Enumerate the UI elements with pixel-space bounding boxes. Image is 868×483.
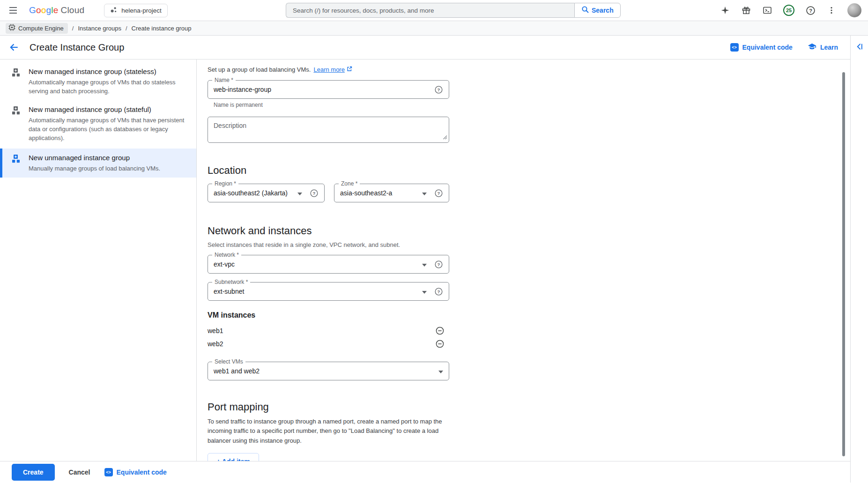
dropdown-arrow-icon bbox=[297, 189, 302, 197]
name-field[interactable]: Name * web-instance-group ? bbox=[208, 80, 449, 99]
top-bar-actions: 25 ? bbox=[720, 3, 861, 17]
collapse-panel-icon[interactable] bbox=[854, 41, 865, 52]
learn-cap-icon bbox=[808, 42, 816, 52]
network-heading: Network and instances bbox=[208, 225, 850, 237]
code-icon: <> bbox=[730, 43, 739, 52]
name-label: Name * bbox=[212, 77, 236, 83]
remove-vm-icon[interactable] bbox=[435, 339, 445, 349]
sidebar-item-title: New unmanaged instance group bbox=[29, 153, 160, 163]
network-subtext: Select instances that reside in a single… bbox=[208, 241, 850, 248]
project-icon bbox=[110, 6, 118, 15]
more-vert-icon[interactable] bbox=[826, 5, 837, 15]
sidebar-item-unmanaged[interactable]: New unmanaged instance group Manually ma… bbox=[0, 149, 196, 178]
instance-group-icon bbox=[12, 67, 21, 96]
code-icon: <> bbox=[104, 468, 113, 476]
zone-value: asia-southeast2-a bbox=[340, 189, 418, 197]
sidebar-item-description: Manually manage groups of load balancing… bbox=[29, 164, 160, 173]
zone-select[interactable]: Zone * asia-southeast2-a ? bbox=[334, 184, 449, 202]
project-name: helena-project bbox=[121, 7, 162, 14]
name-value: web-instance-group bbox=[214, 86, 430, 93]
subnetwork-label: Subnetwork * bbox=[212, 279, 250, 285]
help-icon[interactable]: ? bbox=[805, 5, 816, 15]
add-port-button[interactable]: + Add item bbox=[208, 453, 259, 461]
vertical-scrollbar[interactable] bbox=[842, 72, 845, 456]
search-button[interactable]: Search bbox=[574, 3, 621, 18]
breadcrumb-separator: / bbox=[72, 25, 74, 32]
subnetwork-select[interactable]: Subnetwork * ext-subnet ? bbox=[208, 282, 449, 301]
google-cloud-console: Google Cloud helena-project Search bbox=[0, 0, 868, 483]
form-intro-text: Set up a group of load balancing VMs. bbox=[208, 66, 311, 73]
region-select[interactable]: Region * asia-southeast2 (Jakarta) ? bbox=[208, 184, 325, 202]
cancel-button[interactable]: Cancel bbox=[69, 468, 90, 476]
resize-handle-icon[interactable] bbox=[442, 134, 447, 141]
page-title: Create Instance Group bbox=[30, 42, 124, 53]
svg-text:?: ? bbox=[438, 87, 440, 92]
back-arrow-icon[interactable] bbox=[8, 42, 20, 53]
svg-text:?: ? bbox=[438, 191, 440, 196]
select-vms-value: web1 and web2 bbox=[214, 367, 435, 375]
zone-help-icon[interactable]: ? bbox=[434, 189, 443, 198]
sidebar-item-description: Automatically manage groups of VMs that … bbox=[29, 116, 189, 142]
svg-text:?: ? bbox=[313, 191, 316, 196]
google-cloud-logo[interactable]: Google Cloud bbox=[29, 5, 84, 15]
equivalent-code-button[interactable]: <> Equivalent code bbox=[730, 43, 793, 52]
create-instance-group-form: Set up a group of load balancing VMs. Le… bbox=[197, 59, 850, 461]
description-placeholder: Description bbox=[214, 122, 246, 129]
hamburger-menu-icon[interactable] bbox=[7, 5, 19, 16]
breadcrumb-product[interactable]: Compute Engine bbox=[6, 23, 68, 34]
description-field[interactable]: Description bbox=[208, 117, 449, 143]
sidebar-item-managed-stateless[interactable]: New managed instance group (stateless) A… bbox=[0, 62, 196, 100]
gemini-sparkle-icon[interactable] bbox=[720, 5, 730, 15]
form-action-bar: Create Cancel <> Equivalent code bbox=[0, 461, 850, 483]
breadcrumb: Compute Engine / Instance groups / Creat… bbox=[0, 21, 868, 36]
learn-button[interactable]: Learn bbox=[808, 42, 838, 52]
name-helper-text: Name is permanent bbox=[208, 102, 850, 108]
subnetwork-help-icon[interactable]: ? bbox=[434, 287, 443, 296]
region-label: Region * bbox=[212, 180, 238, 187]
sidebar-item-title: New managed instance group (stateful) bbox=[29, 105, 189, 114]
location-heading: Location bbox=[208, 164, 850, 177]
account-avatar[interactable] bbox=[847, 3, 861, 17]
region-help-icon[interactable]: ? bbox=[310, 189, 319, 198]
dropdown-arrow-icon bbox=[422, 260, 427, 268]
top-app-bar: Google Cloud helena-project Search bbox=[0, 0, 868, 21]
learn-more-link[interactable]: Learn more bbox=[313, 66, 344, 73]
svg-text:?: ? bbox=[438, 289, 440, 294]
instance-group-icon bbox=[12, 105, 21, 142]
create-button[interactable]: Create bbox=[12, 464, 55, 481]
sidebar-item-description: Automatically manage groups of VMs that … bbox=[29, 78, 189, 96]
network-select[interactable]: Network * ext-vpc ? bbox=[208, 255, 449, 274]
cloud-shell-icon[interactable] bbox=[762, 5, 772, 15]
network-value: ext-vpc bbox=[214, 260, 418, 268]
remove-vm-icon[interactable] bbox=[435, 326, 445, 335]
search-input[interactable] bbox=[286, 3, 574, 18]
name-help-icon[interactable]: ? bbox=[434, 85, 443, 94]
instance-group-icon bbox=[12, 153, 21, 173]
instance-group-type-list: New managed instance group (stateless) A… bbox=[0, 59, 197, 461]
region-value: asia-southeast2 (Jakarta) bbox=[214, 189, 294, 197]
breadcrumb-current: Create instance group bbox=[132, 25, 192, 32]
side-panel-rail bbox=[850, 36, 868, 483]
sidebar-item-managed-stateful[interactable]: New managed instance group (stateful) Au… bbox=[0, 100, 196, 147]
gift-icon[interactable] bbox=[741, 5, 751, 15]
zone-label: Zone * bbox=[339, 180, 360, 187]
global-search: Search bbox=[286, 3, 621, 18]
credits-badge[interactable]: 25 bbox=[783, 5, 794, 16]
compute-engine-chip-icon bbox=[8, 24, 15, 32]
svg-text:?: ? bbox=[809, 7, 812, 13]
breadcrumb-instance-groups[interactable]: Instance groups bbox=[78, 25, 121, 32]
vm-instances-heading: VM instances bbox=[208, 311, 850, 320]
select-vms-label: Select VMs bbox=[212, 358, 245, 365]
vm-instance-row: web2 bbox=[208, 337, 449, 350]
breadcrumb-separator: / bbox=[126, 25, 127, 32]
equivalent-code-button-footer[interactable]: <> Equivalent code bbox=[104, 468, 167, 476]
dropdown-arrow-icon bbox=[422, 287, 427, 296]
sidebar-item-title: New managed instance group (stateless) bbox=[29, 67, 189, 76]
external-link-icon bbox=[347, 66, 352, 73]
dropdown-arrow-icon bbox=[438, 367, 443, 375]
port-mapping-description: To send traffic to instance group throug… bbox=[208, 417, 452, 446]
select-vms-dropdown[interactable]: Select VMs web1 and web2 bbox=[208, 362, 449, 380]
project-selector[interactable]: helena-project bbox=[104, 4, 168, 17]
network-help-icon[interactable]: ? bbox=[434, 260, 443, 269]
port-mapping-heading: Port mapping bbox=[208, 401, 850, 413]
